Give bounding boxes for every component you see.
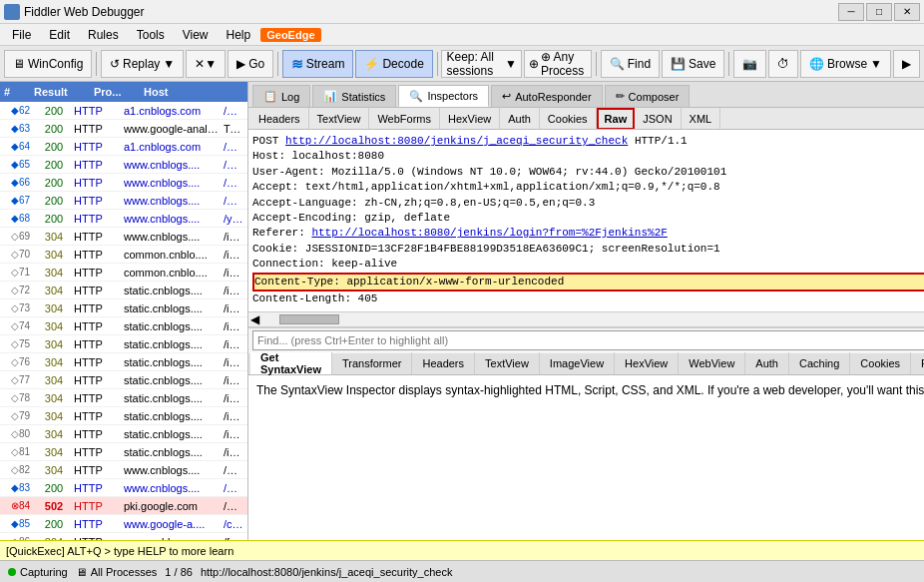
table-row[interactable]: ◆62 200 HTTP a1.cnblogs.com /units/image…: [0, 102, 247, 120]
timer-button[interactable]: ⏱: [768, 50, 798, 78]
find-input[interactable]: [252, 330, 924, 350]
table-row[interactable]: ◆65 200 HTTP www.cnblogs.... /mvc/Blog/U…: [0, 156, 247, 174]
table-row[interactable]: ◇70 304 HTTP common.cnblo.... /images/ic…: [0, 246, 247, 264]
close-button[interactable]: ✕: [894, 3, 920, 21]
menu-view[interactable]: View: [175, 26, 217, 44]
col-result: 502: [34, 500, 74, 512]
stream-button[interactable]: ≋ Stream: [282, 50, 354, 78]
tab-webview[interactable]: WebView: [679, 352, 745, 374]
table-row[interactable]: ◆67 200 HTTP www.cnblogs.... /mvc/Blog/s…: [0, 192, 247, 210]
winconfig-button[interactable]: 🖥 WinConfig: [4, 50, 92, 78]
minimize-button[interactable]: ─: [838, 3, 864, 21]
table-row[interactable]: ◇82 304 HTTP www.cnblogs.... /mvc/Blog/G…: [0, 461, 247, 479]
table-row[interactable]: ◇78 304 HTTP static.cnblogs.... /images/…: [0, 389, 247, 407]
menu-rules[interactable]: Rules: [80, 26, 127, 44]
tab-textview[interactable]: TextView: [309, 108, 370, 130]
table-row[interactable]: ◆85 200 HTTP www.google-a.... /collect?v…: [0, 515, 247, 533]
decode-button[interactable]: ⚡ Decode: [355, 50, 432, 78]
tab-autoresponder[interactable]: ↩ AutoResponder: [491, 85, 602, 107]
col-proto: HTTP: [74, 446, 124, 458]
find-button[interactable]: 🔍 Find: [601, 50, 660, 78]
tab-statistics[interactable]: 📊 Statistics: [312, 85, 396, 107]
table-row[interactable]: ◆63 200 HTTP www.google-analytics.c... T…: [0, 120, 247, 138]
tab-webforms[interactable]: WebForms: [369, 108, 440, 130]
col-result-header: Result: [34, 86, 94, 98]
horizontal-scrollbar[interactable]: ◀ ▶: [248, 311, 924, 327]
col-host: www.cnblogs....: [124, 213, 224, 225]
col-url: /units/image/C1/creative: [224, 105, 243, 117]
tab-inspectors[interactable]: 🔍 Inspectors: [398, 85, 489, 107]
scroll-thumb[interactable]: [279, 314, 339, 324]
process-dropdown[interactable]: ⊕ ⊕ Any Process: [524, 50, 592, 78]
browse-button[interactable]: 🌐 Browse ▼: [800, 50, 891, 78]
col-url: /images/ubb/quote.gif: [224, 320, 243, 332]
table-row[interactable]: ◇69 304 HTTP www.cnblogs.... /images/ico…: [0, 228, 247, 246]
table-row[interactable]: ◇79 304 HTTP static.cnblogs.... /images/…: [0, 407, 247, 425]
table-row[interactable]: ◇73 304 HTTP static.cnblogs.... /images/…: [0, 299, 247, 317]
menu-edit[interactable]: Edit: [41, 26, 78, 44]
table-row[interactable]: ◆68 200 HTTP www.cnblogs.... /yoyoketang…: [0, 210, 247, 228]
tab-imageview[interactable]: ImageView: [540, 352, 615, 374]
tab-json[interactable]: JSON: [635, 108, 681, 130]
remove-button[interactable]: ✕▼: [186, 50, 226, 78]
col-host: www.cnblogs....: [124, 195, 224, 207]
table-row[interactable]: ◆83 200 HTTP www.cnblogs.... /mvc/Blog/G…: [0, 479, 247, 497]
table-row[interactable]: ◇80 304 HTTP static.cnblogs.... /images/…: [0, 425, 247, 443]
col-proto-header: Pro...: [94, 86, 144, 98]
tab-cookies[interactable]: Cookies: [540, 108, 597, 130]
col-num: ◆68: [4, 213, 34, 224]
save-button[interactable]: 💾 Save: [662, 50, 724, 78]
tab-bottom-textview[interactable]: TextView: [475, 352, 540, 374]
maximize-button[interactable]: □: [866, 3, 892, 21]
table-row[interactable]: ◆64 200 HTTP a1.cnblogs.com /units/image…: [0, 138, 247, 156]
go-button[interactable]: ▶ Go: [228, 50, 273, 78]
menu-file[interactable]: File: [4, 26, 39, 44]
tab-xml[interactable]: XML: [682, 108, 721, 130]
table-row[interactable]: ◇77 304 HTTP static.cnblogs.... /images/…: [0, 371, 247, 389]
tab-auth[interactable]: Auth: [500, 108, 540, 130]
col-url: /units/image/C2/creative: [224, 141, 243, 153]
menu-tools[interactable]: Tools: [129, 26, 173, 44]
tab-syntaxview[interactable]: Get SyntaxView: [250, 352, 332, 374]
tab-caching[interactable]: Caching: [789, 352, 850, 374]
table-row[interactable]: ◇74 304 HTTP static.cnblogs.... /images/…: [0, 317, 247, 335]
tab-bottom-hexview[interactable]: HexView: [615, 352, 679, 374]
table-row[interactable]: ◇76 304 HTTP static.cnblogs.... /images/…: [0, 353, 247, 371]
col-num: ◇77: [4, 374, 34, 385]
table-row[interactable]: ◇71 304 HTTP common.cnblo.... /images/we…: [0, 264, 247, 282]
tab-composer[interactable]: ✏ Composer: [605, 85, 691, 107]
camera-button[interactable]: 📷: [733, 50, 766, 78]
tab-bottom-cookies[interactable]: Cookies: [850, 352, 911, 374]
col-num: ◆66: [4, 177, 34, 188]
table-row[interactable]: ⊗84 502 HTTP pki.google.com /GIAG2.crl: [0, 497, 247, 515]
tab-transformer[interactable]: Transformer: [332, 352, 413, 374]
col-result: 304: [34, 464, 74, 476]
bottom-content-area: The SyntaxView Inspector displays syntax…: [248, 375, 924, 561]
tab-bottom-auth[interactable]: Auth: [745, 352, 789, 374]
scroll-left-btn[interactable]: ◀: [250, 312, 259, 326]
menu-help[interactable]: Help: [219, 26, 259, 44]
col-proto: HTTP: [74, 105, 124, 117]
tab-raw[interactable]: Raw: [597, 108, 636, 130]
replay-icon: ↺: [110, 57, 120, 71]
table-row[interactable]: ◇72 304 HTTP static.cnblogs.... /images/…: [0, 282, 247, 299]
window-controls[interactable]: ─ □ ✕: [838, 3, 920, 21]
col-num: ⊗84: [4, 500, 34, 511]
table-row[interactable]: ◇81 304 HTTP static.cnblogs.... /images/…: [0, 443, 247, 461]
more-button[interactable]: ▶: [893, 50, 920, 78]
tab-bottom-headers[interactable]: Headers: [412, 352, 475, 374]
table-row[interactable]: ◇75 304 HTTP static.cnblogs.... /images/…: [0, 335, 247, 353]
col-host: static.cnblogs....: [124, 374, 224, 386]
separator-3: [437, 52, 438, 76]
col-num: ◇80: [4, 428, 34, 439]
table-row[interactable]: ◆66 200 HTTP www.cnblogs.... /mvc/Blog/U…: [0, 174, 247, 192]
replay-button[interactable]: ↺ Replay ▼: [101, 50, 184, 78]
tab-headers[interactable]: Headers: [250, 108, 309, 130]
col-host: www.google-analytics.c...: [124, 123, 224, 135]
col-url: Tunnel to: [224, 123, 243, 135]
tab-hexview[interactable]: HexView: [440, 108, 500, 130]
keep-sessions-dropdown[interactable]: Keep: All sessions ▼: [441, 50, 521, 78]
tab-log[interactable]: 📋 Log: [252, 85, 310, 107]
col-result: 200: [34, 518, 74, 530]
tab-bottom-raw[interactable]: Raw: [911, 352, 924, 374]
